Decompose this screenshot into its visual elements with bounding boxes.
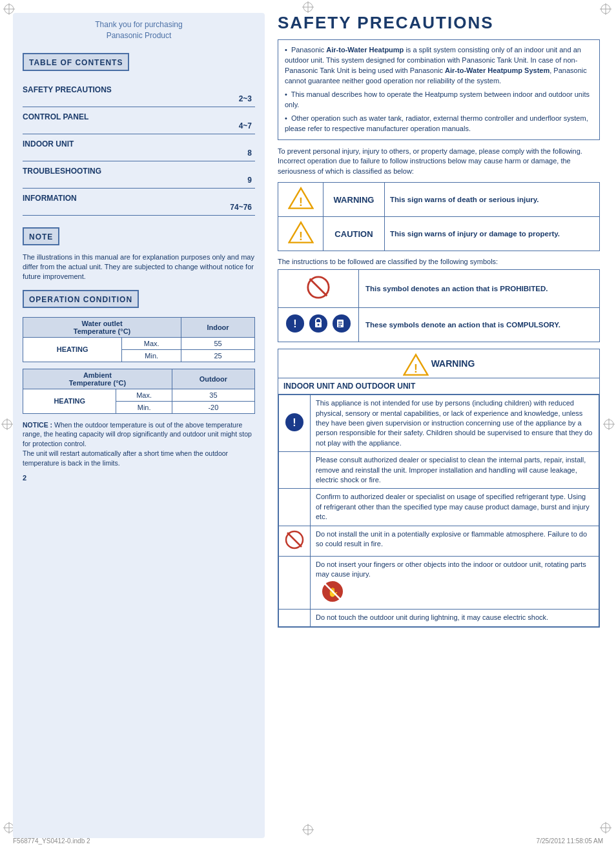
- warning-rows-table: ! This appliance is not intended for use…: [278, 395, 599, 626]
- prohibit-icon-cell: [278, 270, 359, 308]
- compulsory-icons-cell: !: [278, 308, 359, 342]
- warning-section: ! WARNING INDOOR UNIT AND OUTDOOR UNIT !: [278, 349, 600, 627]
- warning-row-5-icon: [279, 557, 311, 610]
- max-label-1: Max.: [122, 337, 181, 349]
- intro-box: • Panasonic Air-to-Water Heatpump is a s…: [278, 39, 600, 140]
- warning-row-1-text: This appliance is not intended for use b…: [311, 395, 599, 452]
- note-label: NOTE: [29, 232, 53, 241]
- warning-section-header: ! WARNING: [278, 349, 599, 378]
- prevent-text-1: To prevent personal injury, injury to ot…: [278, 147, 600, 178]
- svg-point-34: [318, 324, 320, 326]
- toc-title-info: INFORMATION: [23, 194, 255, 203]
- page: Thank you for purchasingPanasonic Produc…: [0, 0, 616, 851]
- toc-title-control: CONTROL PANEL: [23, 112, 255, 121]
- caution-icon-cell: !: [278, 217, 323, 251]
- safety-title: SAFETY PRECAUTIONS: [278, 13, 600, 33]
- intro-bullet-3: • Other operation such as water tank, ra…: [285, 114, 593, 134]
- toc-page-safety: 2~3: [23, 94, 255, 103]
- warning-description: This sign warns of death or serious inju…: [390, 196, 539, 203]
- warning-row-2: Please consult authorized dealer or spec…: [279, 452, 599, 489]
- compulsory-manual-icon: [331, 313, 352, 336]
- warning-row-4-text: Do not install the unit in a potentially…: [311, 526, 599, 556]
- svg-text:!: !: [293, 417, 296, 428]
- notice-text: NOTICE : When the outdoor temperature is…: [23, 420, 255, 467]
- toc-page-troubleshoot: 9: [23, 176, 255, 185]
- footer-right: 7/25/2012 11:58:05 AM: [537, 837, 603, 845]
- toc-item-troubleshoot: TROUBLESHOOTING 9: [23, 167, 255, 189]
- compulsory-exclamation-icon: !: [285, 313, 305, 336]
- svg-text:!: !: [414, 363, 418, 376]
- warning-header-label: WARNING: [431, 358, 475, 369]
- compulsory-circle-icon-1: !: [284, 412, 305, 435]
- svg-text:!: !: [299, 231, 303, 243]
- bullet-dot-2: •: [285, 90, 287, 98]
- note-header-box: NOTE: [23, 227, 59, 245]
- compulsory-label: These symbols denote an action that is C…: [365, 321, 560, 329]
- symbols-intro-text: The instructions to be followed are clas…: [278, 258, 600, 265]
- compulsory-icon-group: !: [285, 313, 352, 336]
- compulsory-lock-icon: [308, 313, 329, 336]
- toc-item-control: CONTROL PANEL 4~7: [23, 112, 255, 134]
- compulsory-desc-cell: These symbols denote an action that is C…: [359, 308, 600, 342]
- notice-body: When the outdoor temperature is out of t…: [23, 421, 252, 467]
- warning-icon-cell: !: [278, 183, 323, 217]
- warning-row-6-icon: [279, 610, 311, 626]
- intro-bullet-1: • Panasonic Air-to-Water Heatpump is a s…: [285, 45, 593, 87]
- notice-label: NOTICE :: [23, 421, 54, 429]
- warning-row-3-icon: [279, 489, 311, 526]
- warning-desc-cell: This sign warns of death or serious inju…: [384, 183, 599, 217]
- caution-desc-cell: This sign warns of injury or damage to p…: [384, 217, 599, 251]
- min-value-2: -20: [172, 401, 254, 413]
- warning-row-6-text: Do not touch the outdoor unit during lig…: [311, 610, 599, 626]
- warning-text: WARNING: [334, 195, 375, 205]
- svg-line-29: [310, 279, 327, 296]
- footer-left: F568774_YS0412-0.indb 2: [13, 837, 90, 845]
- min-label-1: Min.: [122, 349, 181, 362]
- note-text: The illustrations in this manual are for…: [23, 252, 255, 282]
- svg-line-45: [287, 533, 302, 547]
- heating-label-2: HEATING: [23, 389, 116, 413]
- ambient-table: AmbientTemperature (°C) Outdoor HEATING …: [23, 369, 255, 414]
- operation-condition-box: OPERATION CONDITION: [23, 290, 139, 308]
- warning-caution-table: ! WARNING This sign warns of death or se…: [278, 182, 600, 251]
- min-value-1: 25: [181, 349, 255, 362]
- heating-label-1: HEATING: [23, 337, 122, 362]
- indoor-outdoor-title: INDOOR UNIT AND OUTDOOR UNIT: [278, 378, 599, 395]
- prohibited-label: This symbol denotes an action that is PR…: [365, 285, 548, 292]
- no-fingers-icon: ✋: [321, 580, 593, 606]
- right-column: SAFETY PRECAUTIONS • Panasonic Air-to-Wa…: [274, 13, 603, 838]
- warning-row-1: ! This appliance is not intended for use…: [279, 395, 599, 452]
- prohibit-circle-icon-1: [284, 529, 305, 553]
- max-value-2: 35: [172, 389, 254, 401]
- toc-page-info: 74~76: [23, 203, 255, 212]
- warning-row-5-text-content: Do not insert your fingers or other obje…: [316, 560, 586, 578]
- toc-header-box: TABLE OF CONTENTS: [23, 53, 129, 71]
- ambient-header: AmbientTemperature (°C): [23, 369, 172, 389]
- warning-row-3-text: Confirm to authorized dealer or speciali…: [311, 489, 599, 526]
- symbol-table: This symbol denotes an action that is PR…: [278, 269, 600, 342]
- svg-text:!: !: [299, 196, 303, 209]
- prohibited-circle-icon: [306, 275, 331, 300]
- bullet-dot-1: •: [285, 46, 287, 54]
- thank-you-text: Thank you for purchasingPanasonic Produc…: [23, 19, 255, 41]
- caution-description: This sign warns of injury or damage to p…: [390, 230, 560, 238]
- bullet-dot-3: •: [285, 114, 287, 122]
- warning-row-4-icon: [279, 526, 311, 556]
- toc-item-info: INFORMATION 74~76: [23, 194, 255, 216]
- warning-triangle-icon: !: [288, 187, 314, 210]
- warning-row-5-text: Do not insert your fingers or other obje…: [311, 557, 599, 610]
- page-footer: F568774_YS0412-0.indb 2 7/25/2012 11:58:…: [13, 837, 603, 845]
- toc-title-indoor: INDOOR UNIT: [23, 139, 255, 149]
- max-value-1: 55: [181, 337, 255, 349]
- min-label-2: Min.: [116, 401, 172, 413]
- warning-label-cell: WARNING: [323, 183, 385, 217]
- warning-row-6: Do not touch the outdoor unit during lig…: [279, 610, 599, 626]
- caution-text: CAUTION: [334, 229, 373, 239]
- prohibited-desc-cell: This symbol denotes an action that is PR…: [359, 270, 600, 308]
- warning-header-triangle-icon: !: [403, 353, 426, 374]
- warning-row-2-icon: [279, 452, 311, 489]
- water-outlet-table: Water outletTemperature (°C) Indoor HEAT…: [23, 317, 255, 362]
- indoor-header: Indoor: [181, 317, 255, 337]
- svg-text:!: !: [293, 318, 296, 329]
- outdoor-header: Outdoor: [172, 369, 254, 389]
